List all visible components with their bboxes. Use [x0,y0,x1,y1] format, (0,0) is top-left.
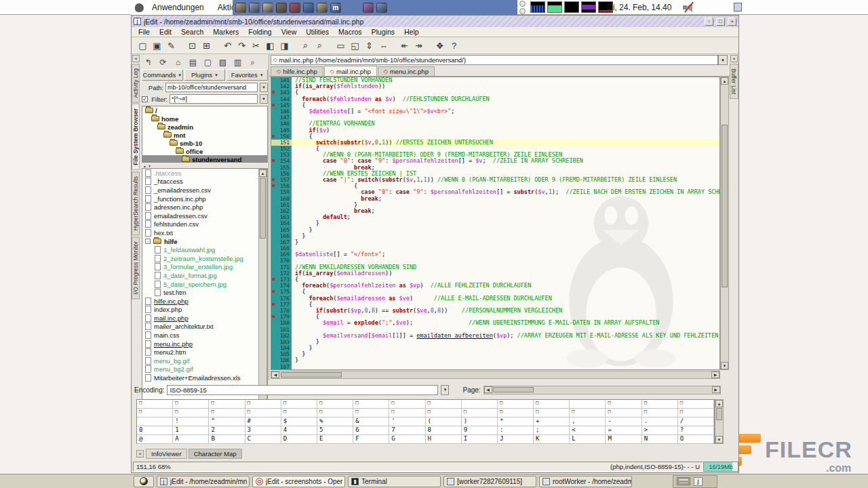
buffer-selector[interactable]: ◇ mail.inc.php (/home/zeadmin/mnt/smb-10… [271,55,718,65]
charmap-cell[interactable] [570,400,606,409]
charmap-cell[interactable]: □ [209,409,245,418]
menu-anwendungen[interactable]: Anwendungen [146,1,210,14]
fold-marker-icon[interactable] [272,303,275,306]
scroll-right-icon[interactable]: ▶ [712,386,720,393]
undo-icon[interactable]: ↶ [220,39,235,52]
file-item[interactable]: _htaccess [142,178,267,186]
print-icon[interactable]: ⊡ [185,39,199,52]
charmap-cell[interactable] [462,400,498,409]
home-launcher-icon[interactable] [235,3,246,13]
find-icon[interactable]: ⌕ [298,39,313,52]
notes-launcher-icon[interactable] [317,3,328,13]
previous-buffer-icon[interactable]: ↞ [397,39,412,52]
path-dropdown-icon[interactable]: ▼ [260,83,268,92]
file-item[interactable]: menu.inc.php [142,340,267,348]
charmap-cell[interactable]: 1 [173,426,209,435]
package-launcher-icon[interactable] [290,3,300,13]
screen-launcher-icon[interactable] [249,3,260,13]
charmap-cell[interactable]: □ [245,400,281,409]
charmap-cell[interactable]: ' [389,418,425,426]
copy-icon[interactable]: ◧ [263,39,277,52]
task-button[interactable]: ▮Terminal [348,476,441,487]
home-directory-icon[interactable]: ⌂ [172,56,184,68]
text-area[interactable]: 141//SIND FEHLSTUNDEN VORHANDEN142if(is_… [271,77,720,370]
scroll-left-icon[interactable]: ◀ [271,371,279,378]
charmap-cell[interactable]: □ [426,400,462,409]
charmap-cell[interactable]: 4 [281,426,317,435]
file-item[interactable]: 3_formular_erstellen.jpg [142,263,267,272]
charmap-cell[interactable]: 9 [462,426,498,435]
library-launcher-icon[interactable] [276,3,287,13]
charmap-cell[interactable]: □ [173,400,209,409]
scroll-thumb[interactable] [260,178,266,239]
charmap-cell[interactable]: □ [317,409,353,418]
charmap-cell[interactable]: □ [498,409,534,418]
tree-item[interactable]: zeadmin [142,123,267,131]
charmap-cell[interactable]: I [462,435,498,444]
search-directory-icon[interactable]: ⌕ [246,56,259,68]
plugin-manager-icon[interactable]: ❖ [433,39,447,52]
tree-item[interactable]: office [142,147,267,155]
charmap-cell[interactable]: L [570,435,606,444]
path-combo[interactable]: mb-10/office/stundenversand [165,83,258,92]
split-horizontal-icon[interactable]: ⇕ [362,39,376,52]
new-file-icon[interactable]: ▢ [136,39,150,52]
charmap-cell[interactable]: O [678,435,714,444]
charmap-cell[interactable]: ) [462,418,498,426]
menu-folding[interactable]: Folding [244,28,275,36]
fold-marker-icon[interactable] [272,104,275,106]
charmap-cell[interactable]: 6 [353,426,389,435]
charmap-cell[interactable]: N [642,435,678,444]
menu-macros[interactable]: Macros [334,28,366,36]
jedit-tray-icon[interactable]: j [694,477,703,486]
file-item[interactable]: adressen.inc.php [142,203,267,211]
scroll-right-icon[interactable]: ▶ [711,371,719,378]
charmap-scrollbar[interactable]: ▲ ▼ [715,399,724,444]
charmap-cell[interactable]: $ [281,418,317,426]
task-button[interactable]: jjEdit - /home/zeadmin/mn [157,476,250,487]
dock-tab-buffer-list[interactable]: Buffer List [730,64,738,99]
charmap-cell[interactable]: □ [137,409,173,418]
charmap-cell[interactable]: □ [642,400,678,409]
dock-tab-character-map[interactable]: Character Map [189,449,242,459]
window-titlebar[interactable]: j jEdit - /home/zeadmin/mnt/smb-10/offic… [132,16,738,27]
charmap-cell[interactable]: ( [426,418,462,426]
applet-down-button[interactable] [519,8,526,14]
paste-icon[interactable]: ◨ [277,39,292,52]
file-item[interactable]: _emailadressen.csv [142,186,267,195]
charmap-cell[interactable]: □ [245,409,281,418]
m-launcher-icon[interactable]: m [330,3,341,13]
collapse-icon[interactable]: - [145,239,151,244]
menu-file[interactable]: File [134,28,154,36]
dropdown-plugins[interactable]: Plugins▼ [184,69,226,81]
maximize-view-icon[interactable]: ◱ [348,39,362,52]
charmap-cell[interactable]: E [317,435,353,444]
scroll-up-icon[interactable]: ▲ [721,77,728,85]
charmap-cell[interactable]: , [570,418,606,426]
scroll-thumb[interactable] [722,125,728,287]
file-list-scrollbar[interactable]: ▲ ▼ [258,169,267,417]
scroll-up-icon[interactable]: ▲ [715,400,723,407]
close-dock-icon[interactable]: × [136,450,144,458]
volume-muted-icon[interactable] [682,2,699,13]
charmap-cell[interactable]: ; [534,426,570,435]
charmap-cell[interactable]: 7 [389,426,425,435]
charmap-cell[interactable]: □ [353,409,389,418]
charmap-cell[interactable]: : [498,426,534,435]
menu-search[interactable]: Search [177,28,208,36]
file-item[interactable]: 4_datei_format.jpg [142,271,267,280]
minimize-button[interactable]: ▫ [705,18,713,26]
charmap-cell[interactable]: □ [389,409,425,418]
charmap-cell[interactable] [137,418,173,426]
charmap-cell[interactable]: □ [606,409,642,418]
charmap-cell[interactable]: J [498,435,534,444]
charmap-cell[interactable]: & [353,418,389,426]
page-setup-icon[interactable]: ⊞ [199,39,214,52]
file-item[interactable]: test.htm [142,288,267,297]
charmap-cell[interactable]: " [209,418,245,426]
file-item[interactable]: main.css [142,331,267,340]
fold-marker-icon[interactable] [272,278,275,281]
filter-dropdown-icon[interactable]: ▼ [260,94,268,104]
buffer-tab-menu.inc.php[interactable]: ◇menu.inc.php [378,66,435,76]
charmap-cell[interactable]: D [281,435,317,444]
